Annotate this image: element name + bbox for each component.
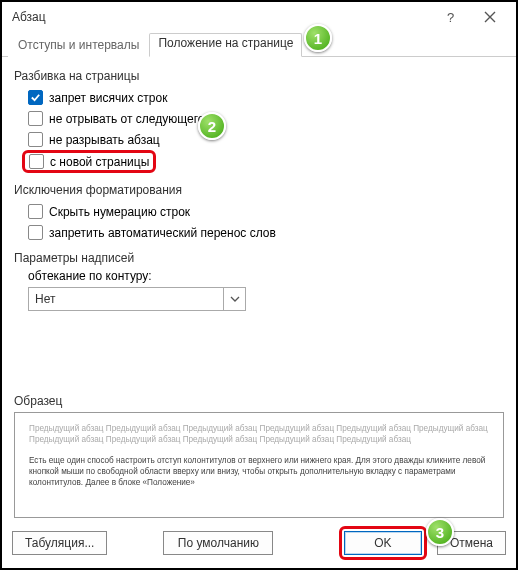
dialog-title: Абзац	[12, 10, 432, 24]
tabs-button[interactable]: Табуляция...	[12, 531, 107, 555]
help-icon[interactable]: ?	[432, 3, 468, 31]
combo-value: Нет	[29, 292, 223, 306]
tab-position[interactable]: Положение на странице	[149, 33, 302, 57]
checkbox-no-hyphenation[interactable]	[28, 225, 43, 240]
badge-3: 3	[426, 518, 454, 546]
svg-text:?: ?	[447, 11, 454, 23]
group-pagination-label: Разбивка на страницы	[14, 69, 504, 83]
label-keep-next: не отрывать от следующего	[49, 112, 204, 126]
label-tight-wrap: обтекание по контуру:	[14, 269, 504, 283]
preview-body-text: Есть еще один способ настроить отступ ко…	[29, 455, 489, 488]
checkbox-suppress-line-numbers[interactable]	[28, 204, 43, 219]
set-default-button[interactable]: По умолчанию	[163, 531, 273, 555]
group-exceptions-label: Исключения форматирования	[14, 183, 504, 197]
checkbox-keep-together[interactable]	[28, 132, 43, 147]
label-no-hyphenation: запретить автоматический перенос слов	[49, 226, 276, 240]
close-icon[interactable]	[472, 3, 508, 31]
label-suppress-line-numbers: Скрыть нумерацию строк	[49, 205, 190, 219]
group-textbox-label: Параметры надписей	[14, 251, 504, 265]
label-keep-together: не разрывать абзац	[49, 133, 160, 147]
ok-button[interactable]: OK	[344, 531, 422, 555]
checkbox-page-break-before[interactable]	[29, 154, 44, 169]
preview-ghost-text: Предыдущий абзац Предыдущий абзац Предыд…	[29, 423, 489, 445]
checkbox-widow-control[interactable]	[28, 90, 43, 105]
checkbox-keep-next[interactable]	[28, 111, 43, 126]
label-page-break-before: с новой страницы	[50, 155, 149, 169]
badge-2: 2	[198, 112, 226, 140]
label-widow-control: запрет висячих строк	[49, 91, 167, 105]
preview-label: Образец	[14, 394, 504, 408]
badge-1: 1	[304, 24, 332, 52]
tab-indents[interactable]: Отступы и интервалы	[8, 33, 149, 57]
chevron-down-icon[interactable]	[223, 288, 245, 310]
preview-box: Предыдущий абзац Предыдущий абзац Предыд…	[14, 412, 504, 518]
combo-tight-wrap[interactable]: Нет	[28, 287, 246, 311]
